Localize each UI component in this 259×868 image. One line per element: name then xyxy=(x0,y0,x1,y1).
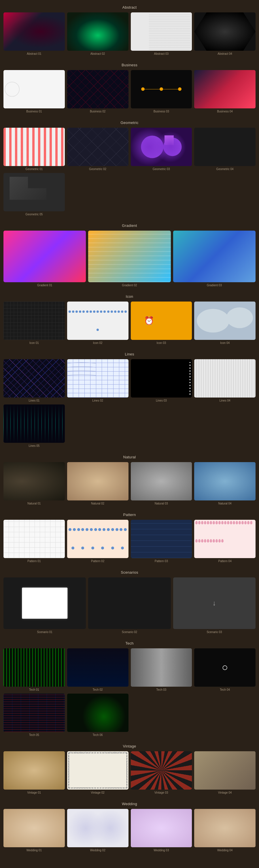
grid-item-vintage-04[interactable]: Vintage 04 xyxy=(194,751,256,794)
thumb-inner-tech-01 xyxy=(3,648,65,687)
thumb-inner-abstract-02 xyxy=(67,12,129,51)
grid-item-scenario-02[interactable]: Scenario 02 xyxy=(88,578,170,633)
grid-item-scenario-03[interactable]: Scenario 03 xyxy=(173,578,256,633)
thumb-vintage-04 xyxy=(194,751,256,789)
grid-item-abstract-03[interactable]: Abstract 03 xyxy=(131,12,192,55)
grid-item-lines-04[interactable]: Lines 04 xyxy=(194,359,256,402)
grid-item-natural-02[interactable]: Natural 02 xyxy=(67,462,129,505)
grid-item-gradient-01[interactable]: Gradient 01 xyxy=(3,230,86,287)
grid-item-geometric-05[interactable]: Geometric 05 xyxy=(3,173,65,216)
grid-item-scenario-01[interactable]: Scenario 01 xyxy=(3,578,86,633)
thumb-tech-06 xyxy=(67,693,129,732)
grid-item-geometric-04[interactable]: Geometric 04 xyxy=(194,128,256,170)
thumb-inner-vintage-04 xyxy=(194,751,256,789)
thumb-lines-05 xyxy=(3,404,65,443)
section-title-vintage: Vintage xyxy=(3,742,256,751)
item-label-pattern-03: Pattern 03 xyxy=(155,560,168,563)
grid-item-natural-04[interactable]: Natural 04 xyxy=(194,462,256,505)
grid-item-business-03[interactable]: Business 03 xyxy=(131,70,192,113)
grid-item-natural-03[interactable]: Natural 03 xyxy=(131,462,192,505)
item-label-wedding-01: Wedding 01 xyxy=(27,849,42,852)
grid-item-lines-01[interactable]: Lines 01 xyxy=(3,359,65,402)
thumb-gradient-01 xyxy=(3,230,86,282)
grid-item-business-01[interactable]: Business 01 xyxy=(3,70,65,113)
grid-item-icon-04[interactable]: Icon 04 xyxy=(194,302,256,344)
thumb-inner-pattern-04 xyxy=(194,520,256,558)
grid-item-vintage-01[interactable]: Vintage 01 xyxy=(3,751,65,794)
grid-item-geometric-01[interactable]: Geometric 01 xyxy=(3,128,65,170)
thumb-gradient-03 xyxy=(173,230,256,282)
grid-item-pattern-02[interactable]: Pattern 02 xyxy=(67,520,129,563)
item-label-icon-04: Icon 04 xyxy=(220,341,230,344)
svg-rect-3 xyxy=(164,135,174,145)
grid-item-business-02[interactable]: Business 02 xyxy=(67,70,129,113)
grid-item-icon-01[interactable]: Icon 01 xyxy=(3,302,65,344)
grid-item-tech-03[interactable]: Tech 03 xyxy=(131,648,192,691)
thumb-inner-lines-03 xyxy=(131,359,192,398)
item-label-tech-05: Tech 05 xyxy=(29,733,39,737)
section-tech: TechTech 01Tech 02Tech 03Tech 04Tech 05T… xyxy=(3,639,256,737)
grid-item-abstract-04[interactable]: Abstract 04 xyxy=(194,12,256,55)
item-label-abstract-03: Abstract 03 xyxy=(154,52,169,55)
section-natural: NaturalNatural 01Natural 02Natural 03Nat… xyxy=(3,453,256,505)
thumb-scenario-01 xyxy=(3,578,86,629)
grid-item-vintage-03[interactable]: Vintage 03 xyxy=(131,751,192,794)
grid-item-abstract-01[interactable]: Abstract 01 xyxy=(3,12,65,55)
grid-item-icon-02[interactable]: Icon 02 xyxy=(67,302,129,344)
thumb-inner-abstract-01 xyxy=(3,12,65,51)
item-label-lines-03: Lines 03 xyxy=(156,399,167,402)
thumb-geometric-03 xyxy=(131,128,192,166)
item-label-tech-04: Tech 04 xyxy=(220,688,230,691)
thumb-inner-tech-03 xyxy=(131,648,192,687)
grid-item-abstract-02[interactable]: Abstract 02 xyxy=(67,12,129,55)
grid-item-lines-03[interactable]: Lines 03 xyxy=(131,359,192,402)
grid-item-lines-05[interactable]: Lines 05 xyxy=(3,404,65,447)
grid-item-pattern-03[interactable]: Pattern 03 xyxy=(131,520,192,563)
thumb-pattern-03 xyxy=(131,520,192,558)
item-label-natural-04: Natural 04 xyxy=(218,502,232,505)
grid-item-icon-03[interactable]: Icon 03 xyxy=(131,302,192,344)
grid-item-geometric-02[interactable]: Geometric 02 xyxy=(67,128,129,170)
grid-item-tech-02[interactable]: Tech 02 xyxy=(67,648,129,691)
grid-item-wedding-01[interactable]: Wedding 01 xyxy=(3,809,65,852)
grid-pattern: Pattern 01Pattern 02Pattern 03Pattern 04 xyxy=(3,520,256,563)
grid-item-pattern-04[interactable]: Pattern 04 xyxy=(194,520,256,563)
thumb-business-03 xyxy=(131,70,192,108)
grid-item-gradient-02[interactable]: Gradient 02 xyxy=(88,230,170,287)
grid-item-pattern-01[interactable]: Pattern 01 xyxy=(3,520,65,563)
thumb-inner-wedding-04 xyxy=(194,809,256,847)
thumb-inner-tech-05 xyxy=(3,693,65,732)
thumb-icon-02 xyxy=(67,302,129,340)
thumb-inner-lines-05 xyxy=(3,404,65,443)
item-label-pattern-01: Pattern 01 xyxy=(27,560,41,563)
item-label-gradient-03: Gradient 03 xyxy=(207,284,222,287)
thumb-natural-02 xyxy=(67,462,129,500)
thumb-lines-03 xyxy=(131,359,192,398)
grid-item-wedding-04[interactable]: Wedding 04 xyxy=(194,809,256,852)
thumb-tech-04 xyxy=(194,648,256,687)
thumb-inner-pattern-02 xyxy=(67,520,129,558)
grid-item-geometric-03[interactable]: Geometric 03 xyxy=(131,128,192,170)
item-label-abstract-01: Abstract 01 xyxy=(27,52,41,55)
grid-item-vintage-02[interactable]: Vintage 02 xyxy=(67,751,129,794)
section-title-abstract: Abstract xyxy=(3,3,256,12)
grid-item-tech-01[interactable]: Tech 01 xyxy=(3,648,65,691)
grid-natural: Natural 01Natural 02Natural 03Natural 04 xyxy=(3,462,256,505)
grid-item-tech-06[interactable]: Tech 06 xyxy=(67,693,129,737)
grid-item-tech-04[interactable]: Tech 04 xyxy=(194,648,256,691)
thumb-inner-pattern-01 xyxy=(3,520,65,558)
thumb-inner-business-01 xyxy=(3,70,65,108)
grid-item-gradient-03[interactable]: Gradient 03 xyxy=(173,230,256,287)
section-icon: IconIcon 01Icon 02Icon 03Icon 04 xyxy=(3,292,256,344)
thumb-tech-02 xyxy=(67,648,129,687)
item-label-natural-02: Natural 02 xyxy=(91,502,104,505)
section-vintage: VintageVintage 01Vintage 02Vintage 03Vin… xyxy=(3,742,256,794)
grid-item-lines-02[interactable]: Lines 02 xyxy=(67,359,129,402)
grid-item-business-04[interactable]: Business 04 xyxy=(194,70,256,113)
grid-item-natural-01[interactable]: Natural 01 xyxy=(3,462,65,505)
grid-item-wedding-03[interactable]: Wedding 03 xyxy=(131,809,192,852)
grid-item-tech-05[interactable]: Tech 05 xyxy=(3,693,65,737)
thumb-icon-01 xyxy=(3,302,65,340)
grid-item-wedding-02[interactable]: Wedding 02 xyxy=(67,809,129,852)
thumb-inner-wedding-02 xyxy=(67,809,129,847)
